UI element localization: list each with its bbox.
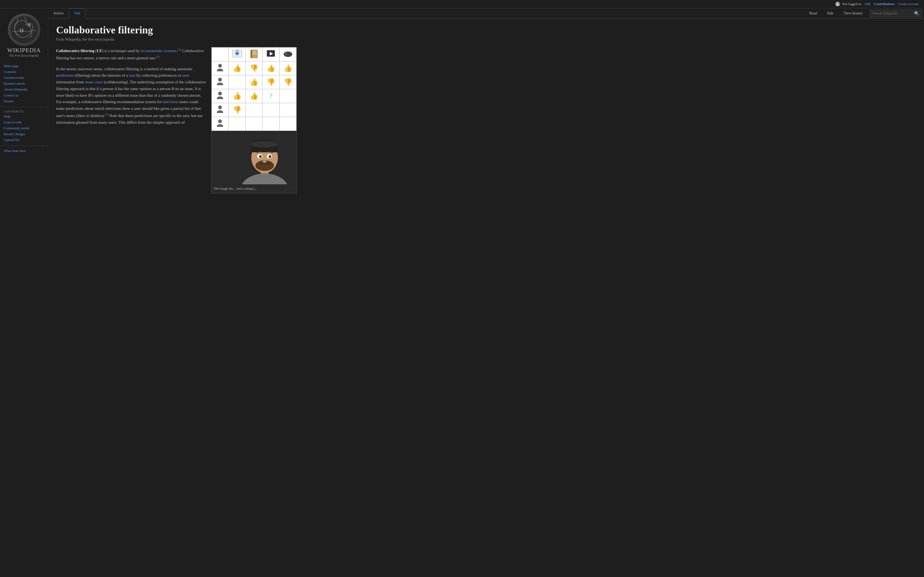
- talk-link[interactable]: Talk: [864, 2, 871, 6]
- cf-abbr: CF: [97, 48, 102, 53]
- sidebar-contribute-section: Contribute Help Learn to edit Community …: [0, 109, 48, 143]
- svg-point-38: [263, 160, 267, 163]
- many-users-link[interactable]: many users: [85, 80, 103, 84]
- tab-article[interactable]: Article: [48, 8, 69, 19]
- svg-point-1: [10, 16, 38, 44]
- tab-edit[interactable]: Edit: [822, 8, 838, 18]
- sidebar-item-about-wikipedia[interactable]: About Wikipedia: [0, 87, 48, 92]
- sidebar-item-main-page[interactable]: Main page: [0, 63, 48, 69]
- grid-cell-empty-5: [263, 103, 279, 117]
- wiki-name: WIKIPEDIA: [7, 47, 40, 54]
- sidebar-item-contents[interactable]: Contents: [0, 69, 48, 75]
- grid-row-header: [212, 48, 297, 61]
- svg-point-36: [259, 155, 262, 158]
- sidebar-item-donate[interactable]: Donate: [0, 98, 48, 104]
- sidebar-item-random-article[interactable]: Random article: [0, 81, 48, 87]
- sidebar-item-current-events[interactable]: Current events: [0, 75, 48, 81]
- sidebar-item-contact-us[interactable]: Contact us: [0, 92, 48, 98]
- user-link[interactable]: user: [129, 73, 136, 77]
- grid-cell-person-1: [212, 61, 229, 75]
- sidebar-item-what-links-here[interactable]: What links here: [0, 148, 48, 154]
- grid-cell-empty-4: [246, 103, 262, 117]
- grid-cell-thumbup-2: 👍: [263, 61, 279, 75]
- grid-row-1: 👍 👎 👍 👍: [212, 61, 297, 75]
- search-box[interactable]: 🔍: [870, 10, 922, 17]
- grid-row-5: [212, 117, 297, 131]
- svg-point-33: [251, 141, 278, 147]
- recommender-systems-link[interactable]: recommender systems: [141, 48, 177, 53]
- person-a: A: [115, 87, 117, 91]
- grid-cell-thumbdown-4: 👎: [229, 103, 246, 117]
- sidebar: Ω 維 WIKIPEDIA The Free Encyclopedia Main…: [0, 8, 48, 574]
- grid-cell-thumbup-6: 👍: [246, 89, 262, 103]
- sidebar-item-recent-changes[interactable]: Recent changes: [0, 131, 48, 137]
- svg-point-18: [289, 53, 290, 53]
- grid-cell-thumbup-1: 👍: [229, 61, 246, 75]
- grid-cell-photo-icon: [229, 48, 246, 61]
- grid-cell-empty-2: [229, 75, 246, 89]
- contribute-heading: Contribute: [0, 109, 48, 114]
- svg-point-24: [218, 105, 222, 109]
- article-subtitle: From Wikipedia, the free encyclopedia: [56, 37, 297, 42]
- grid-cell-thumbup-3: 👍: [279, 61, 296, 75]
- predictions-link[interactable]: predictions: [56, 73, 74, 77]
- content-area: Article Talk Read Edit View history 🔍 Co…: [48, 8, 924, 574]
- sidebar-item-upload-file[interactable]: Upload file: [0, 137, 48, 143]
- grid-cell-video-icon: [263, 48, 279, 61]
- search-input[interactable]: [872, 11, 914, 16]
- grid-cell-person-4: [212, 103, 229, 117]
- grid-cell-empty-9: [263, 117, 279, 131]
- svg-point-6: [236, 52, 239, 55]
- sidebar-divider-1: [0, 107, 48, 107]
- grid-row-3: 👍 👍 ?: [212, 89, 297, 103]
- wiki-globe[interactable]: Ω 維: [8, 14, 40, 46]
- svg-rect-9: [251, 50, 252, 58]
- svg-rect-17: [285, 53, 287, 54]
- svg-text:Ω: Ω: [19, 27, 24, 33]
- grid-cell-empty-8: [246, 117, 262, 131]
- grid-cell-thumbup-5: 👍: [229, 89, 246, 103]
- grid-cell-gamepad-icon: [279, 48, 296, 61]
- article-title: Collaborative filtering: [56, 24, 297, 36]
- svg-point-37: [269, 155, 271, 158]
- main-wrapper: Ω 維 WIKIPEDIA The Free Encyclopedia Main…: [0, 8, 924, 574]
- television-link[interactable]: television: [163, 100, 178, 104]
- infobox-caption: This image sho... user's rating u...: [212, 184, 297, 193]
- article-infobox: 👍 👎 👍 👍: [211, 47, 297, 193]
- taste-link[interactable]: taste: [183, 73, 190, 77]
- grid-cell-empty-7: [229, 117, 246, 131]
- user-info: Not logged in: [835, 2, 861, 6]
- ref-1[interactable]: [1]: [178, 48, 181, 51]
- grid-cell-empty-6: [279, 103, 296, 117]
- tab-read[interactable]: Read: [804, 8, 822, 18]
- svg-point-15: [284, 52, 292, 57]
- svg-rect-7: [236, 50, 239, 51]
- paragraph-1: Collaborative filtering (CF) is a techni…: [56, 47, 206, 61]
- grid-cell-person-3: [212, 89, 229, 103]
- infobox-photo-area: [212, 131, 297, 184]
- svg-point-0: [837, 3, 838, 4]
- sidebar-item-community-portal[interactable]: Community portal: [0, 125, 48, 131]
- ref-3[interactable]: [3]: [105, 113, 108, 116]
- person-photo-svg: [212, 131, 297, 184]
- grid-cell-empty-1: [212, 48, 229, 61]
- article-text: Collaborative filtering (CF) is a techni…: [56, 47, 206, 130]
- create-account-link[interactable]: Create account: [898, 2, 919, 6]
- article-content: Collaborative filtering From Wikipedia, …: [48, 19, 305, 199]
- page-tabs: Article Talk Read Edit View history 🔍: [48, 8, 924, 19]
- grid-cell-person-5: [212, 117, 229, 131]
- infobox-grid: 👍 👎 👍 👍: [212, 47, 297, 131]
- svg-point-20: [289, 54, 289, 55]
- grid-cell-empty-3: [279, 89, 296, 103]
- sidebar-item-help[interactable]: Help: [0, 114, 48, 119]
- sidebar-item-learn-to-edit[interactable]: Learn to edit: [0, 119, 48, 125]
- ref-2[interactable]: [2]: [156, 55, 160, 58]
- svg-text:維: 維: [27, 23, 31, 27]
- svg-point-21: [218, 64, 222, 68]
- tab-talk[interactable]: Talk: [69, 8, 86, 19]
- tab-view-history[interactable]: View history: [838, 8, 868, 18]
- svg-point-22: [218, 78, 222, 82]
- grid-cell-thumbdown-2: 👎: [263, 75, 279, 89]
- contributions-link[interactable]: Contributions: [874, 2, 895, 6]
- person-b: B: [171, 87, 174, 91]
